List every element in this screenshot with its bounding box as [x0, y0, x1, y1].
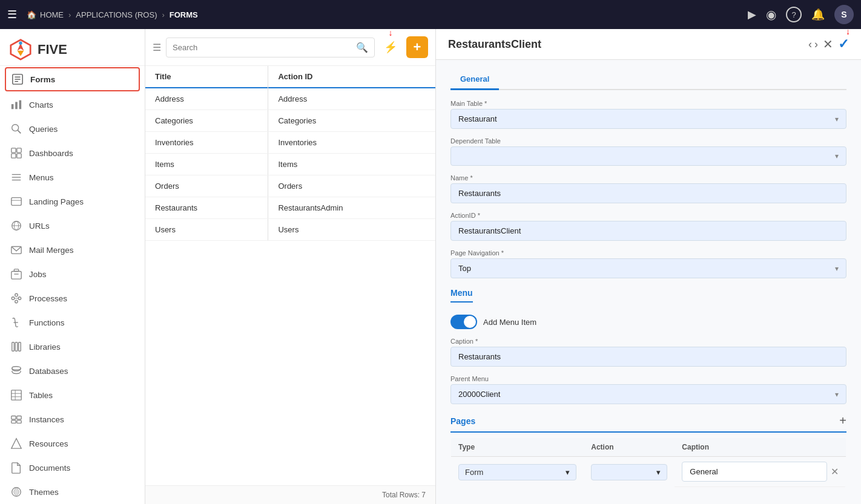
sidebar-item-label-databases: Databases — [29, 367, 68, 376]
table-row[interactable]: Categories Categories — [145, 110, 435, 132]
caption-field: Caption * Restaurants — [450, 338, 846, 367]
red-arrow-save: ↓ — [846, 29, 850, 36]
page-navigation-select[interactable]: Top ▾ — [450, 258, 846, 278]
detail-prev-button[interactable]: ‹ — [808, 38, 812, 51]
name-input[interactable]: Restaurants — [450, 183, 846, 203]
main-table-select[interactable]: Restaurant ▾ — [450, 109, 846, 129]
sidebar-item-mail-merges[interactable]: Mail Merges — [0, 238, 145, 262]
content-area: ☰ 🔍 ⚡ ↓ + Title — [145, 29, 861, 504]
page-navigation-arrow-icon: ▾ — [835, 264, 839, 273]
detail-content: General Main Table * Restaurant ▾ Depend… — [436, 60, 861, 497]
mail-merges-icon — [10, 243, 23, 257]
detail-close-button[interactable]: ✕ — [823, 37, 833, 51]
pages-type-select[interactable]: Form ▾ — [458, 464, 576, 480]
help-icon[interactable]: ? — [786, 7, 802, 22]
pages-caption-input[interactable]: General — [682, 462, 827, 482]
dependent-table-arrow-icon: ▾ — [835, 152, 839, 160]
filter-icon[interactable]: ☰ — [153, 42, 161, 53]
sidebar-item-resources[interactable]: Resources — [0, 431, 145, 456]
action-id-input[interactable]: RestaurantsClient — [450, 221, 846, 241]
table-row[interactable]: Inventories Inventories — [145, 132, 435, 154]
sidebar-item-label-documents: Documents — [29, 463, 70, 473]
pages-action-select[interactable]: ▾ — [591, 464, 667, 480]
sidebar-item-themes[interactable]: Themes — [0, 480, 145, 504]
sidebar-item-label-libraries: Libraries — [29, 342, 61, 352]
svg-rect-36 — [15, 342, 18, 352]
row-action-id: Address — [268, 88, 435, 110]
detail-nav: ‹ › — [808, 38, 818, 51]
pages-add-button[interactable]: + — [839, 414, 846, 428]
sidebar-item-menus[interactable]: Menus — [0, 165, 145, 189]
sidebar-item-queries[interactable]: Queries — [0, 117, 145, 141]
list-table: Title Action ID Address Address Categori… — [145, 66, 435, 485]
main-table-arrow-icon: ▾ — [835, 115, 839, 123]
five-logo-icon — [10, 39, 31, 61]
pages-row-remove-button[interactable]: ✕ — [831, 466, 839, 477]
sidebar: FIVE Forms Charts Queries Dashboards — [0, 29, 145, 504]
sidebar-item-instances[interactable]: Instances — [0, 407, 145, 431]
svg-point-3 — [19, 42, 22, 45]
svg-rect-39 — [12, 390, 21, 400]
add-button[interactable]: + — [406, 36, 428, 58]
sidebar-item-urls[interactable]: URLs — [0, 214, 145, 238]
sidebar-item-libraries[interactable]: Libraries — [0, 335, 145, 359]
sidebar-item-databases[interactable]: Databases — [0, 359, 145, 383]
svg-rect-13 — [12, 148, 16, 152]
sidebar-item-documents[interactable]: Documents — [0, 456, 145, 480]
sidebar-item-charts[interactable]: Charts — [0, 93, 145, 117]
add-menu-item-row: Add Menu Item — [450, 315, 846, 329]
detail-title: RestaurantsClient — [448, 38, 541, 51]
jobs-icon — [10, 267, 23, 281]
avatar[interactable]: S — [834, 5, 854, 24]
sidebar-item-processes[interactable]: Processes — [0, 286, 145, 310]
sidebar-item-label-dashboards: Dashboards — [29, 149, 73, 158]
sidebar-item-forms[interactable]: Forms — [5, 67, 140, 91]
play-icon[interactable]: ▶ — [748, 8, 756, 21]
main-layout: FIVE Forms Charts Queries Dashboards — [0, 29, 861, 504]
pages-type-arrow-icon: ▾ — [566, 468, 570, 477]
svg-point-30 — [15, 293, 18, 296]
detail-save-button[interactable]: ✓ ↓ — [838, 36, 849, 52]
search-circle-icon[interactable]: ◉ — [766, 7, 776, 22]
sidebar-item-label-resources: Resources — [29, 439, 68, 448]
sidebar-item-label-themes: Themes — [29, 488, 59, 497]
svg-rect-14 — [17, 148, 21, 152]
pages-row: Form ▾ ▾ — [451, 457, 846, 488]
breadcrumb-applications[interactable]: APPLICATIONS (ROS) — [76, 10, 157, 19]
detail-panel: RestaurantsClient ‹ › ✕ ✓ ↓ — [436, 29, 861, 504]
breadcrumb-home[interactable]: HOME — [40, 10, 64, 19]
page-navigation-field: Page Navigation * Top ▾ — [450, 249, 846, 278]
table-row[interactable]: Users Users — [145, 219, 435, 241]
svg-marker-2 — [18, 51, 24, 56]
sidebar-item-label-functions: Functions — [29, 318, 65, 327]
flash-icon: ⚡ — [384, 41, 397, 54]
sidebar-logo-text: FIVE — [38, 42, 67, 57]
hamburger-icon[interactable]: ☰ — [7, 8, 17, 21]
sidebar-item-dashboards[interactable]: Dashboards — [0, 141, 145, 165]
row-action-id: Users — [268, 219, 435, 241]
table-row[interactable]: Orders Orders — [145, 175, 435, 197]
row-title: Orders — [145, 175, 268, 197]
sidebar-item-jobs[interactable]: Jobs — [0, 262, 145, 286]
flash-button[interactable]: ⚡ ↓ — [380, 36, 401, 58]
parent-menu-select[interactable]: 20000Client ▾ — [450, 384, 846, 404]
documents-icon — [10, 461, 23, 474]
search-submit-icon[interactable]: 🔍 — [356, 42, 368, 53]
caption-input[interactable]: Restaurants — [450, 347, 846, 367]
sidebar-item-landing-pages[interactable]: Landing Pages — [0, 189, 145, 214]
dependent-table-select[interactable]: ▾ — [450, 146, 846, 166]
sidebar-item-label-landing-pages: Landing Pages — [29, 197, 84, 206]
add-menu-item-toggle[interactable] — [450, 315, 477, 329]
detail-next-button[interactable]: › — [814, 38, 818, 51]
svg-rect-46 — [17, 421, 21, 424]
table-row[interactable]: Address Address — [145, 88, 435, 110]
tab-general[interactable]: General — [450, 70, 499, 90]
menu-section: Menu Add Menu Item Caption * Restaurants — [450, 288, 846, 404]
detail-header: RestaurantsClient ‹ › ✕ ✓ ↓ — [436, 29, 861, 60]
bell-icon[interactable]: 🔔 — [811, 8, 825, 21]
sidebar-item-tables[interactable]: Tables — [0, 383, 145, 407]
table-row[interactable]: Restaurants RestaurantsAdmin — [145, 197, 435, 219]
sidebar-item-functions[interactable]: Functions — [0, 310, 145, 335]
search-input[interactable] — [173, 43, 352, 52]
table-row[interactable]: Items Items — [145, 154, 435, 175]
